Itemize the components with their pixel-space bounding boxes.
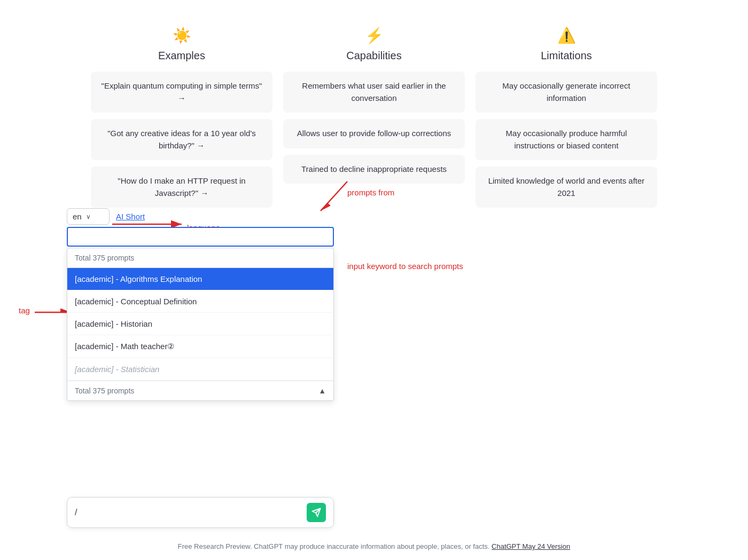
examples-title: Examples	[158, 50, 205, 62]
search-input[interactable]	[67, 227, 334, 247]
limitations-header: ⚠️ Limitations	[476, 27, 657, 62]
capabilities-column: ⚡ Capabilities Remembers what user said …	[283, 27, 465, 214]
dropdown-overlay: en ∨ AI Short Total 375 prompts [academi…	[67, 208, 419, 401]
send-icon	[311, 508, 321, 517]
chevron-down-icon: ∨	[86, 213, 91, 220]
language-value: en	[73, 212, 82, 221]
footer: Free Research Preview. ChatGPT may produ…	[0, 542, 748, 550]
example-card-3[interactable]: "How do I make an HTTP request in Javasc…	[91, 167, 272, 208]
capability-card-1[interactable]: Remembers what user said earlier in the …	[283, 72, 465, 113]
main-content: ☀️ Examples "Explain quantum computing i…	[80, 0, 668, 214]
language-select[interactable]: en ∨	[67, 208, 110, 225]
lightning-icon: ⚡	[365, 27, 384, 44]
examples-column: ☀️ Examples "Explain quantum computing i…	[91, 27, 272, 214]
dropdown-item-3[interactable]: [academic] - Historian	[67, 313, 333, 335]
dropdown-container: Total 375 prompts [academic] - Algorithm…	[67, 248, 334, 401]
limitation-card-2[interactable]: May occasionally produce harmful instruc…	[476, 119, 657, 160]
capability-card-3[interactable]: Trained to decline inappropriate request…	[283, 155, 465, 184]
capabilities-title: Capabilities	[346, 50, 401, 62]
dropdown-top-bar: en ∨ AI Short	[67, 208, 419, 225]
input-bar: /	[67, 497, 334, 528]
tag-annotation: tag	[19, 306, 30, 315]
dropdown-item-2[interactable]: [academic] - Conceptual Definition	[67, 290, 333, 313]
dropdown-item-5[interactable]: [academic] - Statistician	[67, 358, 333, 381]
scroll-up-button[interactable]: ▲	[318, 387, 326, 395]
limitation-card-1[interactable]: May occasionally generate incorrect info…	[476, 72, 657, 113]
dropdown-count-bottom: Total 375 prompts ▲	[67, 381, 333, 400]
dropdown-count-top: Total 375 prompts	[67, 248, 333, 268]
input-bar-area: /	[67, 497, 334, 528]
limitations-column: ⚠️ Limitations May occasionally generate…	[476, 27, 657, 214]
dropdown-list: [academic] - Algorithms Explanation [aca…	[67, 268, 333, 381]
input-bar-value: /	[75, 508, 307, 517]
capabilities-header: ⚡ Capabilities	[283, 27, 465, 62]
dropdown-item-1[interactable]: [academic] - Algorithms Explanation	[67, 268, 333, 290]
footer-link[interactable]: ChatGPT May 24 Version	[492, 542, 570, 550]
ai-short-link[interactable]: AI Short	[116, 212, 145, 221]
example-card-2[interactable]: "Got any creative ideas for a 10 year ol…	[91, 119, 272, 160]
dropdown-item-4[interactable]: [academic] - Math teacher②	[67, 335, 333, 358]
capability-card-2[interactable]: Allows user to provide follow-up correct…	[283, 119, 465, 148]
sun-icon: ☀️	[173, 27, 191, 44]
example-card-1[interactable]: "Explain quantum computing in simple ter…	[91, 72, 272, 113]
limitation-card-3[interactable]: Limited knowledge of world and events af…	[476, 167, 657, 208]
footer-text: Free Research Preview. ChatGPT may produ…	[178, 542, 490, 550]
columns-layout: ☀️ Examples "Explain quantum computing i…	[91, 27, 657, 214]
send-button[interactable]	[307, 503, 326, 522]
warning-icon: ⚠️	[557, 27, 576, 44]
examples-header: ☀️ Examples	[91, 27, 272, 62]
limitations-title: Limitations	[541, 50, 592, 62]
